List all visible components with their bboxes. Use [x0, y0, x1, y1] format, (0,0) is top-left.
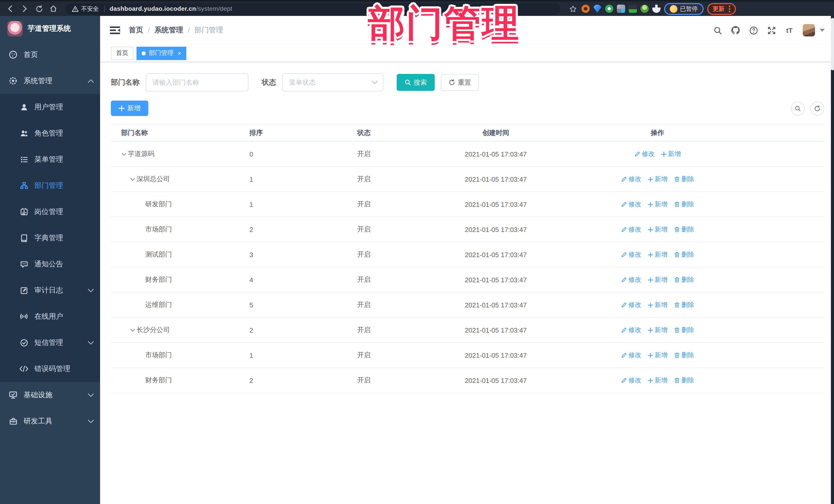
browser-menu-icon[interactable] [728, 5, 730, 12]
sidebar-item-3[interactable]: 角色管理 [0, 120, 100, 146]
extension-gem-icon[interactable] [593, 5, 601, 13]
modify-link[interactable]: 修改 [621, 250, 641, 259]
sidebar-collapse-icon[interactable] [109, 25, 120, 36]
modify-link[interactable]: 修改 [621, 326, 641, 334]
font-size-icon[interactable]: tT [785, 26, 794, 35]
add-button[interactable]: 新增 [111, 101, 148, 116]
delete-link[interactable]: 删除 [674, 326, 694, 334]
extension-green-icon[interactable] [640, 5, 649, 13]
sidebar-logo[interactable]: 芋道管理系统 [0, 16, 100, 42]
add-link[interactable]: 新增 [648, 275, 667, 284]
dept-name-input[interactable] [146, 73, 248, 91]
sidebar-item-10[interactable]: 在线用户 [0, 303, 100, 329]
url-domain: dashboard.yudao.iocoder.cn [110, 5, 196, 12]
extension-check-icon[interactable] [605, 5, 613, 13]
add-link[interactable]: 新增 [648, 376, 667, 385]
home-icon[interactable] [47, 3, 60, 15]
status-select[interactable]: 菜单状态 [282, 73, 383, 91]
sidebar-item-8[interactable]: 通知公告 [0, 251, 100, 277]
modify-link[interactable]: 修改 [621, 376, 641, 385]
add-link[interactable]: 新增 [648, 200, 667, 209]
breadcrumb-system[interactable]: 系统管理 [154, 26, 183, 35]
sidebar-item-2[interactable]: 用户管理 [0, 94, 100, 120]
delete-link[interactable]: 删除 [674, 200, 694, 209]
scrollbar-thumb[interactable] [831, 18, 834, 70]
reload-icon[interactable] [33, 3, 45, 15]
dept-sort: 3 [244, 251, 352, 258]
delete-link[interactable]: 删除 [674, 275, 694, 284]
modify-link[interactable]: 修改 [621, 301, 641, 309]
expand-spacer [138, 377, 145, 384]
sidebar-item-0[interactable]: 首页 [0, 42, 100, 68]
tab-home[interactable]: 首页 [111, 46, 133, 60]
dept-status: 开启 [352, 351, 414, 360]
sidebar-item-5[interactable]: 部门管理 [0, 172, 100, 199]
infrastructure-icon [9, 391, 18, 399]
header-search-icon[interactable] [713, 26, 722, 35]
delete-link[interactable]: 删除 [674, 351, 694, 359]
expand-arrow-icon[interactable] [130, 176, 136, 182]
update-button[interactable]: 更新 [707, 3, 736, 15]
book-icon [20, 234, 28, 242]
address-bar[interactable]: 不安全 dashboard.yudao.iocoder.cn/system/de… [66, 3, 561, 15]
sidebar-item-1[interactable]: 系统管理 [0, 68, 100, 94]
sidebar-item-9[interactable]: 审计日志 [0, 277, 100, 303]
extension-squares-icon[interactable] [617, 5, 625, 13]
delete-link[interactable]: 删除 [674, 225, 694, 234]
modify-link[interactable]: 修改 [634, 150, 655, 158]
user-avatar[interactable] [803, 24, 815, 37]
profile-chip[interactable]: 已暂停 [664, 3, 703, 15]
help-icon[interactable] [749, 26, 758, 35]
hide-search-button[interactable] [791, 101, 805, 115]
reset-button[interactable]: 重置 [441, 74, 479, 91]
modify-link[interactable]: 修改 [621, 351, 641, 359]
add-link[interactable]: 新增 [648, 225, 667, 234]
refresh-table-button[interactable] [810, 101, 824, 115]
add-link[interactable]: 新增 [648, 250, 667, 259]
dept-sort: 2 [244, 326, 352, 334]
fullscreen-icon[interactable] [767, 26, 776, 35]
expand-arrow-icon[interactable] [130, 327, 136, 333]
modify-link[interactable]: 修改 [621, 225, 641, 234]
user-menu-caret-icon[interactable] [820, 28, 825, 32]
modify-link[interactable]: 修改 [621, 275, 641, 284]
search-button[interactable]: 搜索 [397, 74, 435, 91]
sidebar-item-7[interactable]: 字典管理 [0, 225, 100, 251]
expand-spacer [138, 302, 145, 308]
sidebar-item-6[interactable]: 岗位管理 [0, 199, 100, 225]
delete-link[interactable]: 删除 [674, 376, 694, 385]
security-warning[interactable]: 不安全 [72, 5, 99, 13]
add-link[interactable]: 新增 [648, 351, 667, 359]
add-link[interactable]: 新增 [661, 150, 681, 158]
github-icon[interactable] [731, 26, 740, 35]
modify-link[interactable]: 修改 [621, 175, 641, 183]
tab-dept[interactable]: 部门管理 × [136, 46, 186, 60]
modify-link-label: 修改 [629, 351, 641, 359]
add-link[interactable]: 新增 [648, 326, 667, 334]
delete-link[interactable]: 删除 [674, 301, 694, 309]
add-link[interactable]: 新增 [648, 175, 667, 183]
add-link[interactable]: 新增 [648, 301, 667, 309]
bookmark-star-icon[interactable] [568, 3, 578, 15]
modify-link-label: 修改 [629, 326, 641, 334]
chevron-down-icon [372, 80, 378, 84]
sidebar-item-4[interactable]: 菜单管理 [0, 146, 100, 172]
forward-icon[interactable] [19, 3, 31, 15]
sidebar-item-14[interactable]: 研发工具 [0, 408, 100, 434]
modify-link[interactable]: 修改 [621, 200, 641, 209]
dept-created-time: 2021-01-05 17:03:47 [414, 225, 578, 233]
extensions-puzzle-icon[interactable] [652, 5, 660, 13]
breadcrumb-home[interactable]: 首页 [129, 26, 143, 35]
tab-close-icon[interactable]: × [178, 50, 181, 56]
extension-onoff-icon[interactable] [629, 5, 637, 13]
sidebar-menu: 首页系统管理用户管理角色管理菜单管理部门管理岗位管理字典管理通知公告审计日志在线… [0, 42, 100, 504]
sidebar-item-11[interactable]: 短信管理 [0, 329, 100, 356]
expand-arrow-icon[interactable] [121, 151, 128, 157]
delete-link[interactable]: 删除 [674, 175, 694, 183]
delete-link[interactable]: 删除 [674, 250, 694, 259]
extension-orange-icon[interactable] [581, 5, 590, 13]
warning-icon [72, 5, 79, 12]
sidebar-item-13[interactable]: 基础设施 [0, 382, 100, 408]
sidebar-item-12[interactable]: 错误码管理 [0, 356, 100, 382]
back-icon[interactable] [4, 3, 17, 15]
